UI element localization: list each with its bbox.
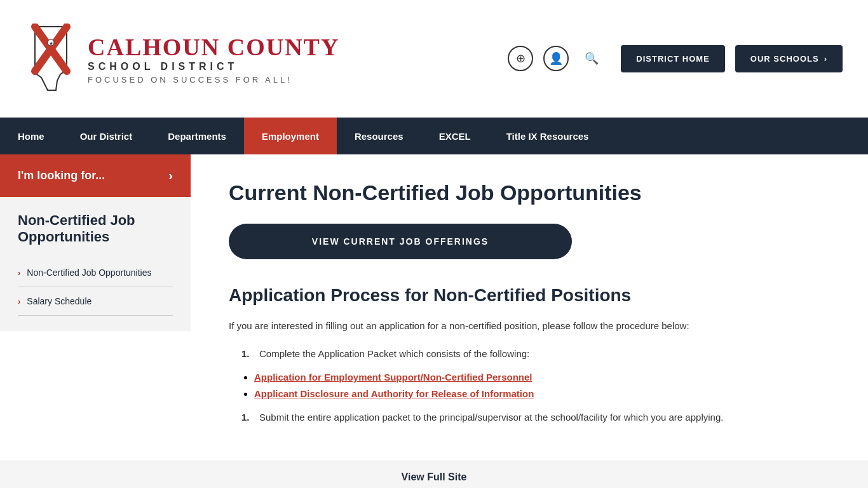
sidebar: I'm looking for... › Non-Certified Job O… — [0, 154, 191, 461]
main-navigation: Home Our District Departments Employment… — [0, 118, 868, 154]
sidebar-item-non-certified[interactable]: › Non-Certified Job Opportunities — [18, 259, 173, 287]
steps-list: Complete the Application Packet which co… — [241, 346, 830, 362]
logo-tagline: Focused on Success for All! — [88, 75, 339, 85]
chevron-right-icon: › — [18, 297, 20, 306]
user-icon-button[interactable]: 👤 — [543, 46, 569, 71]
footer-bar: View Full Site — [0, 461, 868, 488]
looking-for-label: I'm looking for... — [18, 169, 105, 182]
page-title: Current Non-Certified Job Opportunities — [229, 180, 830, 206]
our-schools-button[interactable]: OUR SCHOOLS › — [735, 45, 843, 72]
step-2-list: Submit the entire application packet to … — [241, 410, 830, 425]
list-item: Application for Employment Support/Non-C… — [254, 372, 830, 383]
sidebar-navigation: Non-Certified Job Opportunities › Non-Ce… — [0, 197, 191, 331]
logo-title: Calhoun County — [88, 33, 339, 61]
view-full-site-link[interactable]: View Full Site — [402, 471, 467, 483]
district-home-button[interactable]: DISTRICT HOME — [621, 45, 725, 72]
nav-item-departments[interactable]: Departments — [150, 118, 244, 154]
logo-area: ★ Calhoun County School District Focused… — [25, 24, 339, 93]
nav-item-our-district[interactable]: Our District — [62, 118, 151, 154]
header-right: ⊕ 👤 🔍 DISTRICT HOME OUR SCHOOLS › — [508, 45, 843, 72]
user-icon: 👤 — [549, 51, 563, 65]
list-item: Applicant Disclosure and Authority for R… — [254, 388, 830, 400]
looking-for-chevron-icon: › — [168, 168, 173, 183]
sidebar-item-label: Salary Schedule — [27, 296, 92, 306]
logo-text: Calhoun County School District Focused o… — [88, 33, 339, 85]
logo-subtitle: School District — [88, 61, 339, 72]
step-1: Complete the Application Packet which co… — [241, 346, 830, 362]
state-logo: ★ — [25, 24, 76, 93]
search-icon-button[interactable]: 🔍 — [579, 46, 604, 71]
section-title: Application Process for Non-Certified Po… — [229, 285, 830, 306]
sidebar-item-label: Non-Certified Job Opportunities — [27, 268, 151, 278]
step-2-label: Submit the entire application packet to … — [259, 410, 723, 425]
nav-item-home[interactable]: Home — [0, 118, 62, 154]
content-area: I'm looking for... › Non-Certified Job O… — [0, 154, 868, 461]
nav-item-excel[interactable]: EXCEL — [421, 118, 489, 154]
sidebar-nav-title: Non-Certified Job Opportunities — [18, 212, 173, 246]
chevron-right-icon: › — [824, 54, 827, 64]
main-content: Current Non-Certified Job Opportunities … — [191, 154, 868, 461]
chevron-right-icon: › — [18, 268, 20, 278]
looking-for-button[interactable]: I'm looking for... › — [0, 154, 191, 197]
header-icons: ⊕ 👤 🔍 — [508, 46, 604, 71]
svg-text:★: ★ — [49, 41, 53, 46]
nav-item-title-ix[interactable]: Title IX Resources — [489, 118, 607, 154]
intro-text: If you are interested in filling out an … — [229, 318, 830, 334]
translate-icon: ⊕ — [516, 51, 526, 65]
sidebar-item-salary-schedule[interactable]: › Salary Schedule — [18, 287, 173, 316]
applicant-disclosure-link[interactable]: Applicant Disclosure and Authority for R… — [254, 388, 534, 399]
nav-item-resources[interactable]: Resources — [337, 118, 421, 154]
step-1-label: Complete the Application Packet which co… — [259, 346, 529, 362]
translate-icon-button[interactable]: ⊕ — [508, 46, 533, 71]
site-header: ★ Calhoun County School District Focused… — [0, 0, 868, 118]
search-icon: 🔍 — [585, 51, 599, 65]
view-current-job-offerings-button[interactable]: VIEW CURRENT JOB OFFERINGS — [229, 224, 572, 259]
application-employment-link[interactable]: Application for Employment Support/Non-C… — [254, 372, 532, 383]
nav-item-employment[interactable]: Employment — [244, 118, 337, 154]
step-2: Submit the entire application packet to … — [241, 410, 830, 425]
application-links-list: Application for Employment Support/Non-C… — [254, 372, 830, 400]
